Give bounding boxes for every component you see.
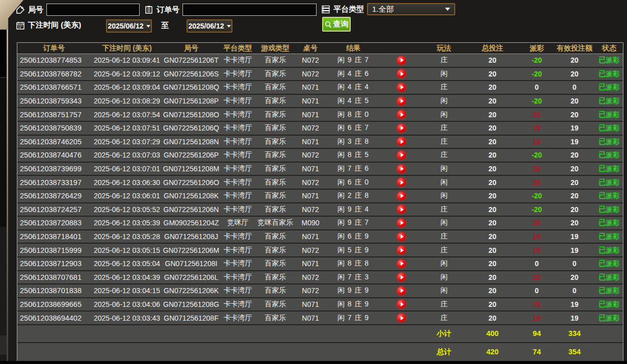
cell-payout: -20: [520, 203, 554, 216]
cell-status: 已派彩: [595, 81, 623, 94]
cell-bet-time: 2025-06-12 03:07:03: [91, 149, 163, 162]
cell-bet-time: 2025-06-12 03:05:04: [91, 257, 163, 270]
table-row[interactable]: 250612038774853 2025-06-12 03:09:41 GN07…: [17, 54, 623, 68]
cell-game-type: 百家乐: [256, 244, 294, 256]
cell-total-bet: 20: [465, 257, 520, 270]
table-row[interactable]: 250612038724257 2025-06-12 03:05:52 GN07…: [17, 203, 623, 217]
cell-status: 已派彩: [595, 217, 623, 229]
date-from-picker[interactable]: 2025/06/12: [106, 19, 152, 33]
play-video-icon[interactable]: [397, 273, 406, 281]
cell-table-no: N072: [294, 271, 327, 284]
play-video-icon[interactable]: [397, 300, 406, 308]
game-no-label: 局号: [28, 5, 43, 15]
table-row[interactable]: 250612038766571 2025-06-12 03:09:04 GN07…: [17, 81, 623, 95]
table-row[interactable]: 250612038701838 2025-06-12 03:04:15 GN07…: [17, 284, 623, 298]
table-row[interactable]: 250612038718401 2025-06-12 03:05:28 GN07…: [17, 230, 623, 244]
play-video-icon[interactable]: [397, 83, 406, 92]
table-row[interactable]: 250612038746205 2025-06-12 03:07:29 GN07…: [17, 136, 623, 149]
table-row[interactable]: 250612038751757 2025-06-12 03:07:54 GN07…: [17, 108, 623, 122]
table-row[interactable]: 250612038712903 2025-06-12 03:05:04 GN07…: [17, 257, 623, 271]
cell-bet-side: 闲: [423, 284, 465, 297]
cell-payout: 19: [520, 244, 554, 256]
cell-bet-side: 庄: [423, 244, 465, 256]
cell-result: 闲 4 庄 5: [327, 95, 380, 108]
game-no-input[interactable]: [46, 4, 140, 16]
query-button[interactable]: 查询: [322, 17, 351, 32]
play-video-icon[interactable]: [397, 69, 406, 78]
play-video-icon[interactable]: [397, 124, 406, 133]
play-video-icon[interactable]: [397, 246, 406, 254]
table-row[interactable]: 250612038694402 2025-06-12 03:03:43 GN07…: [17, 311, 623, 325]
cell-result: 闲 8 庄 5: [327, 149, 380, 162]
date-to-picker[interactable]: 2025/06/12: [187, 19, 232, 33]
play-video-icon[interactable]: [397, 205, 406, 214]
cell-result: 闲 3 庄 8: [327, 136, 380, 148]
play-video-icon[interactable]: [397, 232, 406, 241]
column-header: 订单号: [17, 43, 91, 54]
cell-game-type: 百家乐: [256, 108, 294, 121]
cell-payout: 0: [520, 81, 554, 94]
order-no-input[interactable]: [182, 4, 317, 16]
cell-result: 闲 5 庄 9: [327, 244, 380, 256]
platform-filter: 平台类型 1.全部: [321, 3, 455, 15]
play-video-icon[interactable]: [397, 178, 406, 187]
cell-game-type: 百家乐: [256, 176, 294, 189]
play-video-icon[interactable]: [397, 56, 406, 65]
cell-game-no: GN0712561208O: [163, 108, 219, 121]
cell-table-no: N071: [294, 163, 327, 175]
cell-bet-side: 庄: [423, 311, 465, 324]
cell-payout: 0: [520, 284, 554, 297]
cell-order-no: 250612038766571: [17, 81, 91, 94]
table-row[interactable]: 250612038726429 2025-06-12 03:06:01 GN07…: [17, 190, 623, 203]
cell-total-bet: 20: [465, 298, 520, 311]
subtotal-total-bet: 400: [465, 325, 520, 342]
play-video-icon[interactable]: [397, 314, 406, 322]
date-range-to: 至: [161, 21, 169, 31]
table-row[interactable]: 250612038750839 2025-06-12 03:07:51 GN07…: [17, 122, 623, 136]
cell-platform-type: 卡卡湾厅: [219, 257, 256, 270]
cell-payout: -20: [520, 190, 554, 202]
play-video-icon[interactable]: [397, 219, 406, 227]
cell-payout: -20: [520, 149, 554, 162]
cell-table-no: N072: [294, 244, 327, 256]
cell-valid-bet: 20: [554, 163, 595, 175]
cell-valid-bet: 20: [554, 190, 595, 202]
tag-icon: [16, 5, 25, 14]
play-video-icon[interactable]: [397, 110, 406, 119]
table-row[interactable]: 250612038739699 2025-06-12 03:07:01 GN07…: [17, 163, 623, 176]
cell-order-no: 250612038715999: [17, 244, 91, 256]
table-row[interactable]: 250612038707681 2025-06-12 03:04:39 GN07…: [17, 271, 623, 285]
table-row[interactable]: 250612038740476 2025-06-12 03:07:03 GN07…: [17, 149, 623, 163]
play-video-icon[interactable]: [397, 192, 406, 200]
table-row[interactable]: 250612038699665 2025-06-12 03:04:06 GN07…: [17, 298, 623, 312]
play-video-icon[interactable]: [397, 137, 406, 146]
play-video-icon[interactable]: [397, 259, 406, 268]
platform-select[interactable]: 1.全部: [367, 3, 455, 15]
cell-game-type: 百家乐: [256, 271, 294, 284]
cell-table-no: N071: [294, 311, 327, 324]
cell-bet-time: 2025-06-12 03:05:15: [91, 244, 163, 256]
cell-game-type: 百家乐: [256, 203, 294, 216]
play-video-icon[interactable]: [397, 287, 406, 295]
cell-game-type: 百家乐: [256, 149, 294, 162]
cell-platform-type: 卡卡湾厅: [219, 136, 256, 148]
cell-bet-time: 2025-06-12 03:06:30: [91, 176, 163, 189]
cell-game-no: GN0712561208G: [163, 298, 219, 311]
cell-bet-time: 2025-06-12 03:09:41: [91, 54, 163, 67]
cell-platform-type: 卡卡湾厅: [219, 176, 256, 189]
table-row[interactable]: 250612038715999 2025-06-12 03:05:15 GN07…: [17, 244, 623, 257]
table-row[interactable]: 250612038759343 2025-06-12 03:08:29 GN07…: [17, 95, 623, 109]
grand-total-total-bet: 420: [465, 343, 520, 361]
column-header: 桌号: [294, 43, 327, 54]
table-row[interactable]: 250612038720883 2025-06-12 03:05:39 GM09…: [17, 217, 623, 230]
table-row[interactable]: 250612038733197 2025-06-12 03:06:30 GN07…: [17, 176, 623, 190]
table-row[interactable]: 250612038768782 2025-06-12 03:09:12 GN07…: [17, 68, 623, 82]
play-video-icon[interactable]: [397, 151, 406, 160]
date-from-value: 2025/06/12: [108, 22, 143, 30]
cell-order-no: 250612038699665: [17, 298, 91, 311]
cell-table-no: N071: [294, 190, 327, 202]
cell-table-no: N071: [294, 257, 327, 270]
cell-platform-type: 卡卡湾厅: [219, 230, 256, 243]
play-video-icon[interactable]: [397, 165, 406, 173]
play-video-icon[interactable]: [397, 97, 406, 106]
